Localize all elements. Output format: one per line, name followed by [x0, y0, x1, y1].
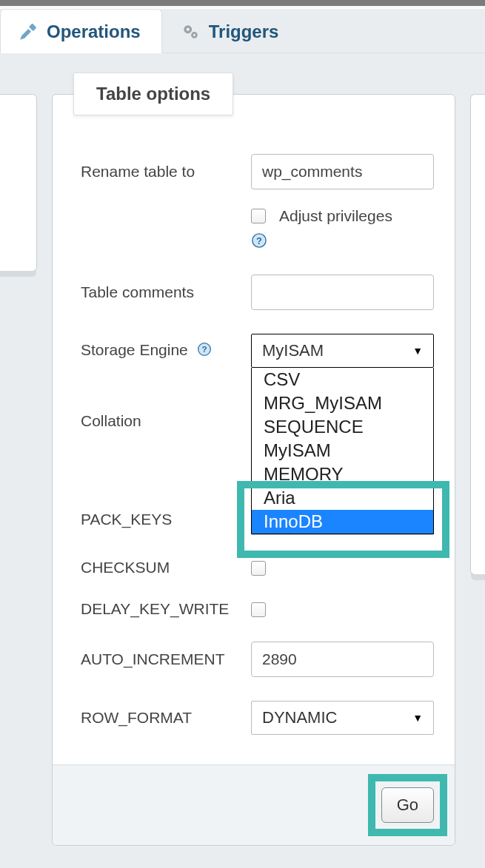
- chevron-down-icon: ▼: [412, 712, 423, 724]
- wrench-icon: [19, 22, 38, 41]
- comments-label: Table comments: [81, 283, 251, 301]
- left-adjacent-panel: [0, 94, 37, 272]
- help-icon[interactable]: ?: [197, 342, 212, 360]
- window-top-strip: [0, 0, 485, 6]
- tab-triggers-label: Triggers: [209, 21, 279, 42]
- storage-engine-value: MyISAM: [262, 341, 324, 360]
- tab-bar: Operations Triggers: [0, 9, 485, 53]
- delay-label: DELAY_KEY_WRITE: [81, 600, 251, 618]
- row-checksum: CHECKSUM: [81, 559, 434, 576]
- row-format-select[interactable]: DYNAMIC ▼: [251, 701, 434, 735]
- pack-keys-label: PACK_KEYS: [81, 511, 251, 528]
- svg-text:?: ?: [256, 235, 262, 246]
- storage-engine-dropdown: CSVMRG_MyISAMSEQUENCEMyISAMMEMORYAriaInn…: [251, 368, 434, 534]
- svg-text:?: ?: [201, 344, 207, 354]
- row-rename: Rename table to: [81, 154, 434, 189]
- auto-increment-input[interactable]: [251, 642, 434, 677]
- panel-footer: Go: [53, 764, 455, 845]
- collation-label: Collation: [81, 412, 251, 430]
- storage-engine-label-text: Storage Engine: [81, 341, 188, 358]
- storage-engine-option[interactable]: MyISAM: [252, 439, 433, 462]
- adjust-privileges-label: Adjust privileges: [279, 207, 392, 225]
- gears-icon: [181, 22, 200, 41]
- checksum-label: CHECKSUM: [81, 559, 251, 576]
- storage-engine-option[interactable]: InnoDB: [252, 510, 433, 534]
- row-auto-increment: AUTO_INCREMENT: [81, 642, 434, 677]
- tab-operations-label: Operations: [47, 21, 141, 42]
- row-delay: DELAY_KEY_WRITE: [81, 600, 434, 618]
- right-adjacent-panel: [470, 94, 485, 575]
- comments-input[interactable]: [251, 275, 434, 310]
- tab-triggers[interactable]: Triggers: [162, 9, 301, 53]
- tab-operations[interactable]: Operations: [0, 9, 162, 53]
- auto-increment-label: AUTO_INCREMENT: [81, 650, 251, 668]
- row-format-label: ROW_FORMAT: [81, 709, 251, 727]
- adjust-privileges-checkbox[interactable]: [251, 209, 266, 223]
- storage-engine-select[interactable]: MyISAM ▼: [251, 334, 434, 368]
- storage-engine-option[interactable]: MEMORY: [252, 462, 433, 486]
- table-options-panel: Table options Rename table to Adjust pri…: [52, 94, 455, 846]
- row-adjust-privileges: Adjust privileges: [81, 207, 434, 225]
- checksum-checkbox[interactable]: [251, 561, 266, 576]
- row-row-format: ROW_FORMAT DYNAMIC ▼: [81, 701, 434, 735]
- help-row: ?: [81, 232, 434, 252]
- rename-label: Rename table to: [81, 163, 251, 181]
- row-storage-engine: Storage Engine ? MyISAM ▼ CSVMRG_MyISAMS…: [81, 334, 434, 368]
- row-format-value: DYNAMIC: [262, 708, 337, 727]
- content-area: Table options Rename table to Adjust pri…: [0, 53, 485, 846]
- storage-engine-option[interactable]: MRG_MyISAM: [252, 391, 433, 415]
- storage-engine-option[interactable]: Aria: [252, 486, 433, 510]
- panel-legend: Table options: [73, 73, 233, 115]
- storage-engine-option[interactable]: CSV: [252, 368, 433, 391]
- storage-engine-label: Storage Engine ?: [81, 341, 251, 360]
- go-button[interactable]: Go: [381, 787, 434, 823]
- row-comments: Table comments: [81, 275, 434, 310]
- chevron-down-icon: ▼: [412, 345, 423, 357]
- storage-engine-select-wrap: MyISAM ▼ CSVMRG_MyISAMSEQUENCEMyISAMMEMO…: [251, 334, 434, 368]
- delay-checkbox[interactable]: [251, 602, 266, 617]
- help-icon[interactable]: ?: [251, 235, 267, 252]
- storage-engine-option[interactable]: SEQUENCE: [252, 415, 433, 439]
- rename-input[interactable]: [251, 154, 434, 189]
